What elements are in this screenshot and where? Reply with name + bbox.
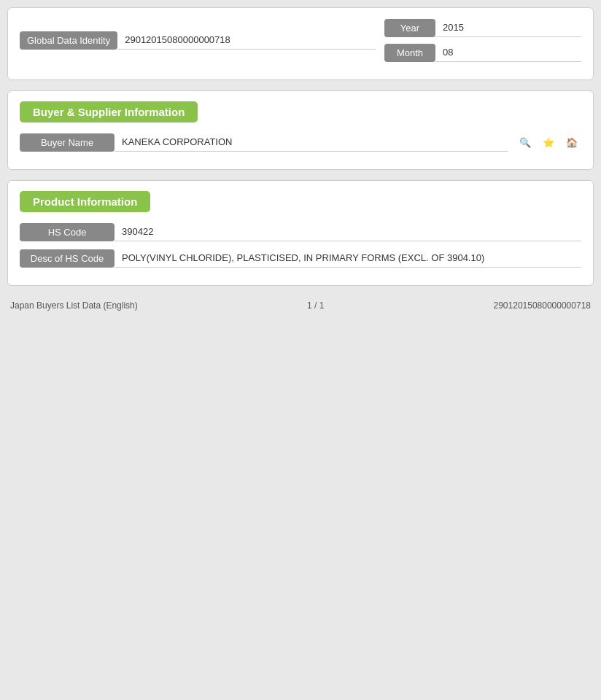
global-data-identity-card: Global Data Identity 2901201508000000071…: [7, 7, 594, 80]
month-label: Month: [384, 44, 435, 62]
buyer-supplier-card: Buyer & Supplier Information Buyer Name …: [7, 90, 594, 170]
month-row: Month 08: [384, 43, 581, 62]
gdi-row: Global Data Identity 2901201508000000071…: [20, 18, 581, 62]
year-row: Year 2015: [384, 18, 581, 37]
buyer-supplier-header: Buyer & Supplier Information: [20, 101, 198, 122]
year-month-block: Year 2015 Month 08: [384, 18, 581, 62]
footer-left: Japan Buyers List Data (English): [10, 300, 138, 311]
year-label: Year: [384, 19, 435, 37]
search-icon[interactable]: 🔍: [516, 133, 535, 152]
desc-hs-code-value: POLY(VINYL CHLORIDE), PLASTICISED, IN PR…: [115, 249, 581, 268]
gdi-value: 29012015080000000718: [117, 31, 376, 50]
desc-hs-code-row: Desc of HS Code POLY(VINYL CHLORIDE), PL…: [20, 249, 581, 268]
buyer-name-row: Buyer Name KANEKA CORPORATION 🔍 ⭐ 🏠: [20, 133, 581, 152]
year-value: 2015: [435, 18, 581, 37]
footer-right: 29012015080000000718: [494, 300, 591, 311]
hs-code-row: HS Code 390422: [20, 222, 581, 241]
hs-code-value: 390422: [115, 222, 581, 241]
gdi-label: Global Data Identity: [20, 31, 117, 50]
buyer-name-label: Buyer Name: [20, 133, 115, 152]
month-value: 08: [435, 43, 581, 62]
product-information-card: Product Information HS Code 390422 Desc …: [7, 180, 594, 286]
footer: Japan Buyers List Data (English) 1 / 1 2…: [7, 296, 594, 315]
product-information-header: Product Information: [20, 191, 150, 212]
buyer-name-value: KANEKA CORPORATION: [115, 133, 508, 152]
hs-code-label: HS Code: [20, 223, 115, 241]
desc-hs-code-label: Desc of HS Code: [20, 249, 115, 268]
star-icon[interactable]: ⭐: [539, 133, 558, 152]
footer-center: 1 / 1: [307, 300, 324, 311]
home-icon[interactable]: 🏠: [562, 133, 581, 152]
buyer-icons: 🔍 ⭐ 🏠: [516, 133, 581, 152]
